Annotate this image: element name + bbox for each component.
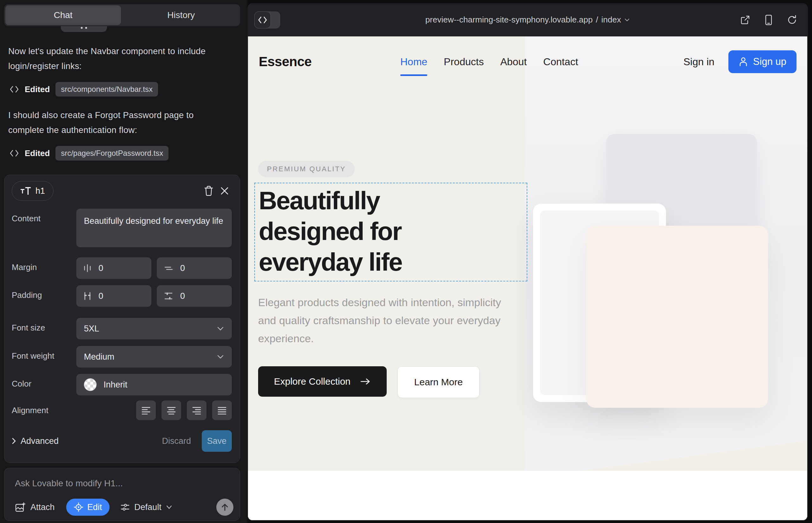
- element-editor-panel: h1 Content Beautifully designed for ever…: [4, 175, 240, 463]
- font-weight-label: Font weight: [12, 346, 76, 361]
- close-editor-button[interactable]: [217, 183, 232, 199]
- chevron-down-icon: [217, 326, 224, 331]
- save-button[interactable]: Save: [202, 430, 232, 452]
- font-size-label: Font size: [12, 318, 76, 333]
- font-weight-select[interactable]: Medium: [76, 346, 232, 367]
- below-hero-section: [248, 471, 807, 520]
- alignment-label: Alignment: [12, 400, 76, 415]
- browser-bar-actions: [739, 3, 798, 36]
- nav-link-products[interactable]: Products: [444, 56, 483, 68]
- learn-more-button[interactable]: Learn More: [398, 366, 479, 398]
- tab-history[interactable]: History: [124, 5, 239, 25]
- model-selector[interactable]: Default: [120, 502, 172, 512]
- align-justify-button[interactable]: [212, 400, 232, 420]
- chat-message: Now let's update the Navbar component to…: [8, 44, 227, 73]
- scrolled-chip-partial: [61, 26, 107, 32]
- attach-button[interactable]: Attach: [15, 502, 55, 512]
- chevron-down-icon: [166, 505, 172, 509]
- editor-footer: Advanced Discard Save: [12, 428, 232, 454]
- mobile-view-button[interactable]: [762, 14, 775, 26]
- edited-file-chip[interactable]: src/components/Navbar.tsx: [55, 82, 158, 96]
- site-logo[interactable]: Essence: [259, 54, 312, 69]
- code-icon[interactable]: [254, 12, 271, 29]
- padding-y-input[interactable]: 0: [157, 285, 232, 307]
- color-row: Color Inherit: [12, 374, 232, 395]
- color-picker-field[interactable]: Inherit: [76, 374, 232, 395]
- site-viewport: Essence Home Products About Contact Sign…: [248, 36, 807, 520]
- margin-x-input[interactable]: 0: [76, 257, 152, 279]
- chevron-down-icon: [217, 354, 224, 359]
- font-size-select[interactable]: 5XL: [76, 318, 232, 339]
- discard-button[interactable]: Discard: [162, 436, 191, 446]
- delete-element-button[interactable]: [201, 183, 217, 199]
- selected-element-pill[interactable]: h1: [12, 181, 54, 201]
- image-attach-icon: [15, 502, 26, 512]
- open-in-new-tab-button[interactable]: [739, 14, 752, 26]
- sign-up-button[interactable]: Sign up: [728, 50, 796, 73]
- alignment-row: Alignment: [12, 400, 232, 420]
- code-preview-toggle[interactable]: [254, 12, 280, 29]
- padding-field-row: Padding 0 0: [12, 285, 232, 307]
- edit-mode-pill[interactable]: Edit: [66, 499, 110, 516]
- preview-page: index: [601, 15, 621, 25]
- text-type-icon: [20, 186, 31, 195]
- preview-domain: preview--charming-site-symphony.lovable.…: [425, 15, 593, 25]
- padding-x-input[interactable]: 0: [76, 285, 152, 307]
- align-right-button[interactable]: [187, 400, 207, 420]
- target-icon: [74, 502, 83, 512]
- preview-url[interactable]: preview--charming-site-symphony.lovable.…: [425, 15, 630, 25]
- hero-cta-row: Explore Collection Learn More: [258, 366, 479, 398]
- h1-selection-outline[interactable]: Beautifully designed for everyday life: [254, 183, 527, 282]
- margin-y-icon: [164, 264, 173, 272]
- chevron-right-icon: [12, 437, 16, 445]
- hero-headline[interactable]: Beautifully designed for everyday life: [259, 185, 487, 277]
- person-icon: [739, 57, 748, 67]
- explore-collection-button[interactable]: Explore Collection: [258, 366, 387, 397]
- preview-window: preview--charming-site-symphony.lovable.…: [247, 3, 808, 521]
- preview-browser-bar: preview--charming-site-symphony.lovable.…: [247, 3, 808, 36]
- sliders-icon: [120, 502, 130, 512]
- nav-link-about[interactable]: About: [500, 56, 527, 68]
- composer-input[interactable]: Ask Lovable to modify H1...: [15, 479, 123, 488]
- nav-link-contact[interactable]: Contact: [543, 56, 578, 68]
- align-center-button[interactable]: [161, 400, 181, 420]
- sidebar-tabbar: Chat History: [4, 4, 240, 26]
- arrow-right-icon: [360, 378, 371, 385]
- hero-description: Elegant products designed with intention…: [258, 293, 515, 348]
- tab-chat[interactable]: Chat: [5, 5, 121, 25]
- app-root: Chat History Now let's update the Navbar…: [0, 0, 812, 523]
- element-tag-label: h1: [35, 186, 45, 196]
- edited-label: Edited: [25, 148, 50, 158]
- code-icon: [10, 85, 19, 93]
- hero-section: Essence Home Products About Contact Sign…: [248, 36, 807, 471]
- site-nav-links: Home Products About Contact: [400, 36, 578, 87]
- url-separator: /: [596, 15, 598, 25]
- padding-label: Padding: [12, 285, 76, 300]
- chat-message: I should also create a Forgot Password p…: [8, 108, 227, 138]
- code-icon: [10, 149, 19, 157]
- composer: Ask Lovable to modify H1... Attach Edit …: [4, 468, 240, 521]
- edited-file-row: Edited src/components/Navbar.tsx: [10, 82, 158, 97]
- sign-in-link[interactable]: Sign in: [684, 56, 714, 68]
- site-navbar: Essence Home Products About Contact Sign…: [248, 36, 807, 87]
- content-textarea[interactable]: Beautifully designed for everyday life: [76, 209, 232, 247]
- editor-header: h1: [12, 181, 232, 201]
- align-left-button[interactable]: [136, 400, 156, 420]
- site-nav-actions: Sign in Sign up: [684, 50, 796, 73]
- padding-y-icon: [164, 292, 173, 301]
- send-button[interactable]: [216, 499, 233, 516]
- chat-sidebar: Chat History Now let's update the Navbar…: [0, 0, 247, 523]
- advanced-toggle[interactable]: Advanced: [12, 436, 58, 446]
- padding-x-icon: [83, 291, 91, 301]
- nav-link-home[interactable]: Home: [400, 56, 427, 68]
- margin-y-input[interactable]: 0: [157, 257, 232, 279]
- edited-file-chip[interactable]: src/pages/ForgotPassword.tsx: [55, 146, 169, 161]
- margin-x-icon: [83, 264, 91, 273]
- refresh-button[interactable]: [786, 14, 798, 26]
- composer-toolbar: Attach Edit Default: [15, 498, 233, 516]
- content-label: Content: [12, 209, 76, 223]
- font-size-row: Font size 5XL: [12, 318, 232, 339]
- content-field-row: Content Beautifully designed for everyda…: [12, 209, 232, 247]
- chevron-down-icon: [624, 18, 630, 22]
- arrow-up-icon: [221, 503, 229, 511]
